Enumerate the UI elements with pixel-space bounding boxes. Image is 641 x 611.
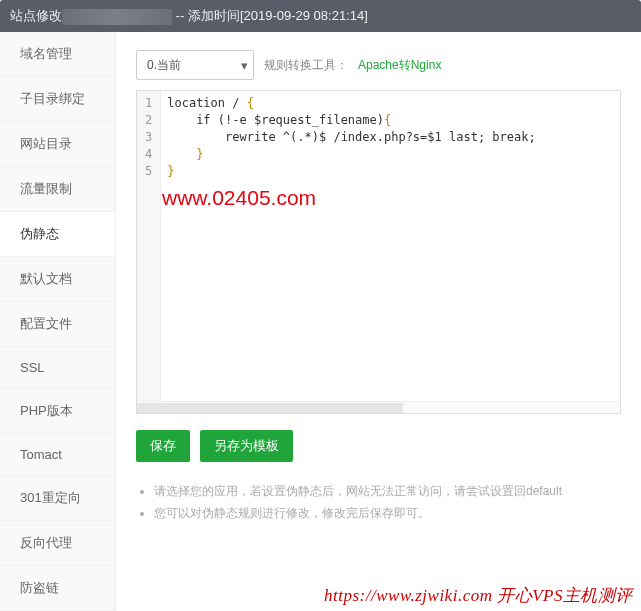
button-row: 保存 另存为模板 <box>136 430 621 462</box>
sidebar-item-301[interactable]: 301重定向 <box>0 476 115 521</box>
rewrite-template-select[interactable]: 0.当前 <box>136 50 254 80</box>
sidebar-item-proxy[interactable]: 反向代理 <box>0 521 115 566</box>
sidebar-item-rewrite[interactable]: 伪静态 <box>0 212 115 257</box>
editor-h-scrollbar[interactable] <box>137 401 620 413</box>
header-prefix: 站点修改 <box>10 8 62 23</box>
header-suffix: -- 添加时间[2019-09-29 08:21:14] <box>172 8 368 23</box>
editor-gutter: 12345 <box>137 91 161 413</box>
convert-tool-link[interactable]: Apache转Nginx <box>358 57 441 74</box>
tips-list: 请选择您的应用，若设置伪静态后，网站无法正常访问，请尝试设置回default 您… <box>136 480 621 524</box>
editor-code[interactable]: location / { if (!-e $request_filename){… <box>161 91 620 413</box>
tip-item: 请选择您的应用，若设置伪静态后，网站无法正常访问，请尝试设置回default <box>154 480 621 502</box>
header-blurred-domain <box>62 9 172 25</box>
sidebar-item-tomcat[interactable]: Tomact <box>0 434 115 476</box>
sidebar-item-webdir[interactable]: 网站目录 <box>0 122 115 167</box>
save-button[interactable]: 保存 <box>136 430 190 462</box>
sidebar-item-ssl[interactable]: SSL <box>0 347 115 389</box>
toolbar: 0.当前 ▾ 规则转换工具： Apache转Nginx <box>136 50 621 80</box>
sidebar: 域名管理子目录绑定网站目录流量限制伪静态默认文档配置文件SSLPHP版本Toma… <box>0 32 116 611</box>
sidebar-item-defaultdoc[interactable]: 默认文档 <box>0 257 115 302</box>
main-panel: 0.当前 ▾ 规则转换工具： Apache转Nginx 12345 locati… <box>116 32 641 611</box>
sidebar-item-hotlink[interactable]: 防盗链 <box>0 566 115 611</box>
scrollbar-thumb[interactable] <box>137 403 403 413</box>
convert-tool-label: 规则转换工具： <box>264 57 348 74</box>
save-as-template-button[interactable]: 另存为模板 <box>200 430 293 462</box>
sidebar-item-domain[interactable]: 域名管理 <box>0 32 115 77</box>
sidebar-item-traffic[interactable]: 流量限制 <box>0 167 115 212</box>
dialog-header: 站点修改 -- 添加时间[2019-09-29 08:21:14] <box>0 0 641 32</box>
tip-item: 您可以对伪静态规则进行修改，修改完后保存即可。 <box>154 502 621 524</box>
sidebar-item-subdir[interactable]: 子目录绑定 <box>0 77 115 122</box>
sidebar-item-config[interactable]: 配置文件 <box>0 302 115 347</box>
code-editor[interactable]: 12345 location / { if (!-e $request_file… <box>136 90 621 414</box>
sidebar-item-php[interactable]: PHP版本 <box>0 389 115 434</box>
